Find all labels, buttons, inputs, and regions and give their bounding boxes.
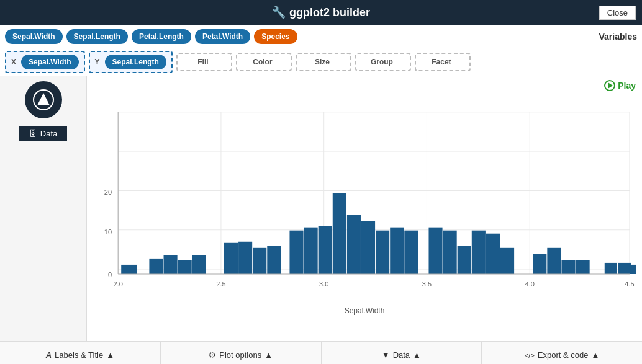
svg-marker-1 [37,93,50,105]
app-title: ggplot2 builder [289,6,370,19]
plot-area: Play 0 10 20 [87,76,642,341]
tab-plot-options[interactable]: ⚙ Plot options ▲ [161,342,322,364]
code-icon: </> [525,352,535,359]
chart-container: 0 10 20 2.0 2.5 3.0 3.5 4.0 4.5 [93,95,636,316]
svg-rect-49 [576,260,590,274]
svg-text:2.5: 2.5 [216,280,225,288]
x-axis-label: Sepal.Width [345,306,385,315]
aes-y-tag[interactable]: Sepal.Length [105,55,166,69]
play-button[interactable]: Play [604,80,636,91]
aesthetics-bar: X Sepal.Width Y Sepal.Length Fill Color … [0,48,642,76]
play-icon [604,80,615,91]
svg-rect-27 [224,243,238,274]
svg-rect-47 [547,248,561,274]
svg-text:2.0: 2.0 [114,280,123,288]
svg-rect-26 [192,255,206,274]
app-logo [25,81,62,118]
svg-rect-31 [289,231,303,274]
svg-rect-48 [561,260,575,274]
plot-options-arrow-icon: ▲ [264,350,273,360]
svg-rect-40 [428,228,442,274]
aes-fill-slot[interactable]: Fill [176,53,232,71]
svg-rect-50 [605,263,617,274]
svg-rect-38 [390,228,404,274]
variables-label: Variables [599,32,638,42]
svg-rect-25 [178,260,192,274]
svg-text:4.0: 4.0 [525,280,535,288]
sidebar: 🗄 Data [0,76,87,341]
svg-text:3.0: 3.0 [319,280,328,288]
svg-rect-28 [238,242,252,274]
data-button-label: Data [40,129,57,138]
play-label: Play [618,81,636,91]
footer-tabs: A Labels & Title ▲ ⚙ Plot options ▲ ▼ Da… [0,341,642,364]
export-arrow-icon: ▲ [591,350,599,360]
plot-options-icon: ⚙ [209,350,216,360]
wrench-icon: 🔧 [272,6,286,19]
svg-rect-34 [333,193,346,274]
tab-data[interactable]: ▼ Data ▲ [322,342,482,364]
svg-rect-30 [267,246,281,274]
svg-rect-37 [376,231,389,274]
aes-facet-slot[interactable]: Facet [415,53,471,71]
aes-size-slot[interactable]: Size [296,53,351,71]
main-layout: 🗄 Data Play [0,76,642,341]
svg-rect-29 [253,248,266,274]
svg-text:0: 0 [108,271,112,278]
svg-rect-41 [443,231,457,274]
svg-text:10: 10 [104,228,112,236]
svg-rect-35 [347,215,361,274]
tag-sepal-width[interactable]: Sepal.Width [5,29,63,44]
histogram-chart: 0 10 20 2.0 2.5 3.0 3.5 4.0 4.5 [93,95,636,316]
svg-text:4.5: 4.5 [625,280,634,288]
tab-labels-title[interactable]: A Labels & Title ▲ [0,342,161,364]
database-icon: 🗄 [29,129,37,138]
tab-export-code[interactable]: </> Export & code ▲ [482,342,642,364]
play-triangle [608,82,613,89]
svg-rect-45 [500,248,514,274]
svg-rect-33 [319,226,332,274]
svg-text:3.5: 3.5 [422,280,432,288]
tab-labels-label: Labels & Title [55,350,103,360]
tag-sepal-length[interactable]: Sepal.Length [66,29,128,44]
aes-y-slot[interactable]: Y Sepal.Length [89,51,173,73]
app-header: 🔧 ggplot2 builder Close [0,0,642,25]
tag-petal-length[interactable]: Petal.Length [132,29,191,44]
svg-rect-22 [121,265,137,274]
tab-plot-options-label: Plot options [219,350,261,360]
labels-arrow-icon: ▲ [106,350,114,360]
aes-x-slot[interactable]: X Sepal.Width [5,51,85,73]
aes-group-slot[interactable]: Group [355,53,411,71]
svg-rect-52 [626,265,636,274]
aes-x-tag[interactable]: Sepal.Width [21,55,79,69]
tag-species[interactable]: Species [254,29,297,44]
svg-rect-23 [149,259,163,274]
svg-rect-44 [486,234,500,274]
svg-rect-46 [533,254,546,274]
svg-rect-24 [164,255,178,274]
variables-bar: Sepal.Width Sepal.Length Petal.Length Pe… [0,25,642,48]
svg-rect-43 [472,231,486,274]
svg-rect-42 [458,246,471,274]
svg-text:20: 20 [104,189,112,196]
tab-export-label: Export & code [538,350,589,360]
svg-rect-32 [304,228,318,274]
close-button[interactable]: Close [599,6,636,20]
data-button[interactable]: 🗄 Data [19,126,67,141]
svg-rect-39 [404,231,418,274]
labels-icon: A [46,350,52,360]
tag-petal-width[interactable]: Petal.Width [195,29,250,44]
tab-data-label: Data [393,350,410,360]
data-arrow-icon: ▲ [413,350,421,360]
aes-color-slot[interactable]: Color [236,53,292,71]
svg-rect-36 [361,221,375,274]
data-filter-icon: ▼ [382,350,390,360]
